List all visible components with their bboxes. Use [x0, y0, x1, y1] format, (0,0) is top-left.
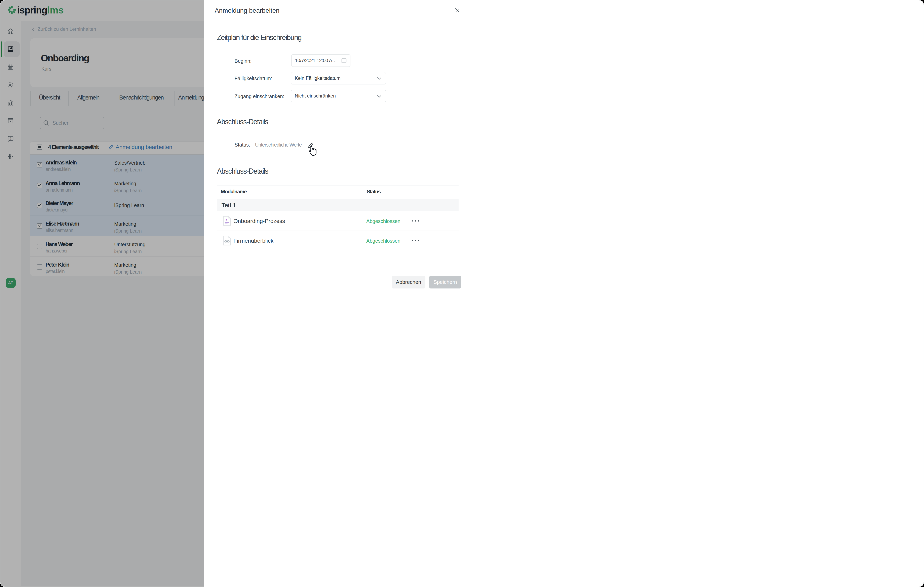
svg-text:A: A [225, 219, 228, 222]
